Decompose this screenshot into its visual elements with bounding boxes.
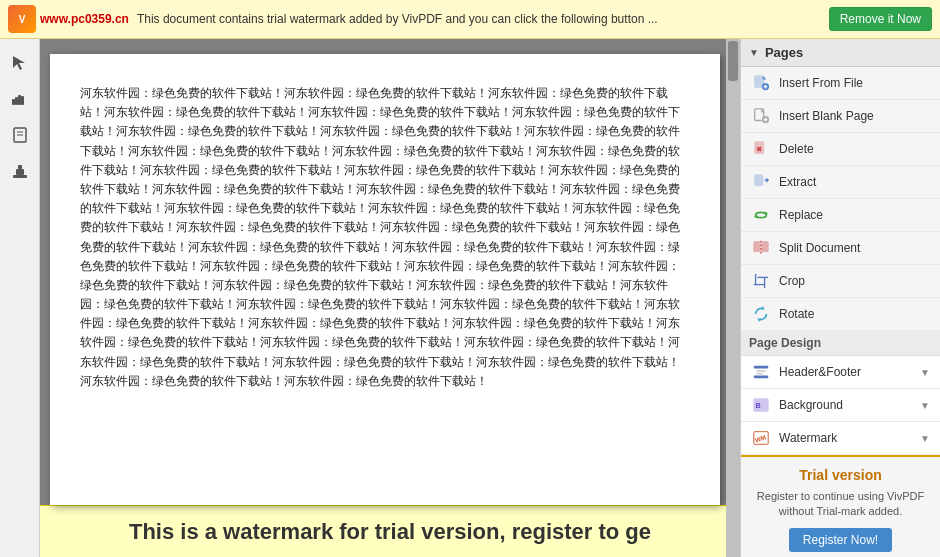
header-footer-icon [751, 362, 771, 382]
extract-icon [751, 172, 771, 192]
delete-icon [751, 139, 771, 159]
replace-label: Replace [779, 208, 823, 222]
hand-tool-button[interactable] [6, 85, 34, 113]
stamp-tool-button[interactable] [6, 157, 34, 185]
insert-blank-page-item[interactable]: Insert Blank Page [741, 100, 940, 133]
pages-section-title: Pages [765, 45, 803, 60]
rotate-icon [751, 304, 771, 324]
delete-item[interactable]: Delete [741, 133, 940, 166]
header-footer-item[interactable]: Header&Footer ▼ [741, 356, 940, 389]
svg-rect-3 [21, 96, 24, 105]
scrollbar[interactable] [726, 39, 740, 557]
delete-label: Delete [779, 142, 814, 156]
svg-rect-34 [754, 366, 768, 369]
svg-rect-2 [18, 95, 21, 105]
background-arrow: ▼ [920, 400, 930, 411]
page-design-section-header: Page Design [741, 331, 940, 356]
trial-box: Trial version Register to continue using… [741, 455, 940, 557]
trial-description: Register to continue using VivPDF withou… [751, 489, 930, 520]
split-document-icon [751, 238, 771, 258]
trial-title: Trial version [751, 467, 930, 483]
site-url: www.pc0359.cn [40, 12, 129, 26]
split-document-label: Split Document [779, 241, 860, 255]
right-panel: ▼ Pages Insert From File Insert Blank Pa… [740, 39, 940, 557]
background-item[interactable]: B Background ▼ [741, 389, 940, 422]
insert-from-file-item[interactable]: Insert From File [741, 67, 940, 100]
pages-collapse-icon[interactable]: ▼ [749, 47, 759, 58]
insert-from-file-icon [751, 73, 771, 93]
notification-bar: V www.pc0359.cn This document contains t… [0, 0, 940, 39]
svg-rect-9 [16, 169, 24, 175]
crop-item[interactable]: Crop [741, 265, 940, 298]
extract-label: Extract [779, 175, 816, 189]
scroll-thumb[interactable] [728, 41, 738, 81]
svg-rect-26 [762, 242, 768, 252]
header-footer-arrow: ▼ [920, 367, 930, 378]
svg-marker-0 [13, 56, 25, 70]
main-area: 河东软件园：绿色免费的软件下载站！河东软件园：绿色免费的软件下载站！河东软件园：… [0, 39, 940, 557]
svg-rect-4 [12, 99, 15, 105]
extract-item[interactable]: Extract [741, 166, 940, 199]
watermark-left: WM Watermark [751, 428, 837, 448]
watermark-text: This is a watermark for trial version, r… [129, 519, 651, 545]
watermark-item[interactable]: WM Watermark ▼ [741, 422, 940, 455]
background-label: Background [779, 398, 843, 412]
insert-blank-page-label: Insert Blank Page [779, 109, 874, 123]
pdf-viewer: 河东软件园：绿色免费的软件下载站！河东软件园：绿色免费的软件下载站！河东软件园：… [40, 39, 740, 557]
svg-rect-22 [755, 175, 763, 186]
pdf-content: 河东软件园：绿色免费的软件下载站！河东软件园：绿色免费的软件下载站！河东软件园：… [80, 84, 690, 391]
svg-rect-10 [18, 165, 22, 169]
replace-icon [751, 205, 771, 225]
header-footer-label: Header&Footer [779, 365, 861, 379]
rotate-item[interactable]: Rotate [741, 298, 940, 331]
replace-item[interactable]: Replace [741, 199, 940, 232]
svg-text:WM: WM [754, 433, 767, 443]
page-view-button[interactable] [6, 121, 34, 149]
register-now-button[interactable]: Register Now! [789, 528, 892, 552]
watermark-bar: This is a watermark for trial version, r… [40, 505, 740, 557]
watermark-label: Watermark [779, 431, 837, 445]
rotate-label: Rotate [779, 307, 814, 321]
left-toolbar [0, 39, 40, 557]
svg-text:B: B [756, 401, 761, 410]
split-document-item[interactable]: Split Document [741, 232, 940, 265]
notification-text: This document contains trial watermark a… [137, 12, 821, 26]
app-logo: V [8, 5, 36, 33]
pdf-page: 河东软件园：绿色免费的软件下载站！河东软件园：绿色免费的软件下载站！河东软件园：… [50, 54, 720, 505]
crop-label: Crop [779, 274, 805, 288]
watermark-arrow: ▼ [920, 433, 930, 444]
svg-rect-25 [754, 242, 760, 252]
insert-from-file-label: Insert From File [779, 76, 863, 90]
svg-rect-1 [15, 97, 18, 105]
svg-rect-19 [755, 142, 764, 154]
pages-section-header: ▼ Pages [741, 39, 940, 67]
watermark-icon: WM [751, 428, 771, 448]
background-left: B Background [751, 395, 843, 415]
svg-rect-35 [754, 376, 768, 379]
crop-icon [751, 271, 771, 291]
header-footer-left: Header&Footer [751, 362, 861, 382]
background-icon: B [751, 395, 771, 415]
logo-area: V www.pc0359.cn [8, 5, 129, 33]
svg-rect-8 [13, 175, 27, 178]
insert-blank-page-icon [751, 106, 771, 126]
cursor-tool-button[interactable] [6, 49, 34, 77]
remove-watermark-button[interactable]: Remove it Now [829, 7, 932, 31]
